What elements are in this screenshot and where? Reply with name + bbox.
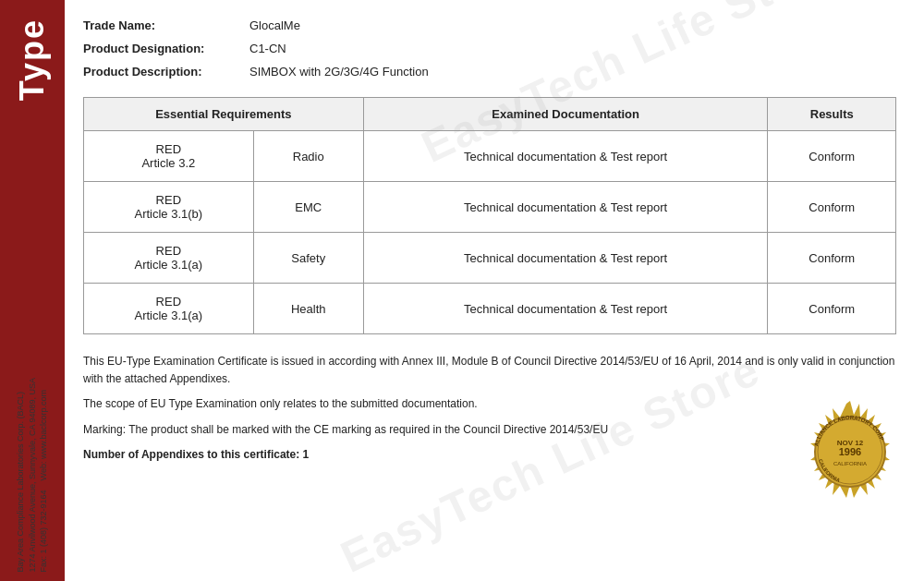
- req-cell: REDArticle 3.1(a): [84, 284, 254, 334]
- result-cell: Conform: [768, 284, 896, 334]
- footer-text: This EU-Type Examination Certificate is …: [83, 353, 896, 464]
- trade-name-label: Trade Name:: [83, 18, 249, 32]
- th-essential-requirements: Essential Requirements: [84, 98, 364, 131]
- product-designation-value: C1-CN: [249, 42, 286, 55]
- seal-container: ALLIANCE LABORATORY CORP CALIFORNIA NOV …: [795, 396, 906, 507]
- doc-cell: Technical documentation & Test report: [363, 284, 768, 334]
- svg-text:1996: 1996: [839, 446, 861, 457]
- type-cell: Health: [253, 284, 363, 334]
- footer-appendixes: Number of Appendixes to this certificate…: [83, 446, 896, 464]
- result-cell: Conform: [768, 182, 896, 233]
- table-header-row: Essential Requirements Examined Document…: [84, 98, 896, 131]
- header-info: Trade Name: GlocalMe Product Designation…: [83, 18, 896, 79]
- product-designation-label: Product Designation:: [83, 42, 249, 55]
- product-description-row: Product Description: SIMBOX with 2G/3G/4…: [83, 65, 896, 79]
- table-row: REDArticle 3.1(a)SafetyTechnical documen…: [84, 233, 896, 284]
- footer-marking: Marking: The product shall be marked wit…: [83, 421, 896, 439]
- product-designation-row: Product Designation: C1-CN: [83, 42, 896, 55]
- svg-text:CALIFORNIA: CALIFORNIA: [833, 461, 867, 466]
- table-row: REDArticle 3.1(a)HealthTechnical documen…: [84, 284, 896, 334]
- footer-paragraph2: The scope of EU Type Examination only re…: [83, 395, 896, 413]
- th-examined-documentation: Examined Documentation: [363, 98, 768, 131]
- type-cell: Radio: [253, 131, 363, 182]
- type-cell: Safety: [253, 233, 363, 284]
- trade-name-row: Trade Name: GlocalMe: [83, 18, 896, 32]
- table-row: REDArticle 3.1(b)EMCTechnical documentat…: [84, 182, 896, 233]
- address-text: Bay Area Compliance Laboratories Corp. (…: [15, 378, 50, 573]
- th-results: Results: [768, 98, 896, 131]
- main-content: EasyTech Life Store EasyTech Life Store …: [65, 0, 924, 581]
- product-description-label: Product Description:: [83, 65, 249, 79]
- doc-cell: Technical documentation & Test report: [363, 233, 768, 284]
- doc-cell: Technical documentation & Test report: [363, 182, 768, 233]
- footer-paragraph1: This EU-Type Examination Certificate is …: [83, 353, 896, 388]
- req-cell: REDArticle 3.2: [84, 131, 254, 182]
- doc-cell: Technical documentation & Test report: [363, 131, 768, 182]
- table-row: REDArticle 3.2RadioTechnical documentati…: [84, 131, 896, 182]
- requirements-table: Essential Requirements Examined Document…: [83, 97, 896, 334]
- sidebar: Type Bay Area Compliance Laboratories Co…: [0, 0, 65, 581]
- gold-seal: ALLIANCE LABORATORY CORP CALIFORNIA NOV …: [795, 396, 906, 507]
- result-cell: Conform: [768, 131, 896, 182]
- req-cell: REDArticle 3.1(a): [84, 233, 254, 284]
- sidebar-type-label: Type: [13, 9, 52, 110]
- req-cell: REDArticle 3.1(b): [84, 182, 254, 233]
- type-cell: EMC: [253, 182, 363, 233]
- trade-name-value: GlocalMe: [249, 18, 300, 32]
- side-text-container: Bay Area Compliance Laboratories Corp. (…: [0, 119, 65, 581]
- result-cell: Conform: [768, 233, 896, 284]
- product-description-value: SIMBOX with 2G/3G/4G Function: [249, 65, 429, 79]
